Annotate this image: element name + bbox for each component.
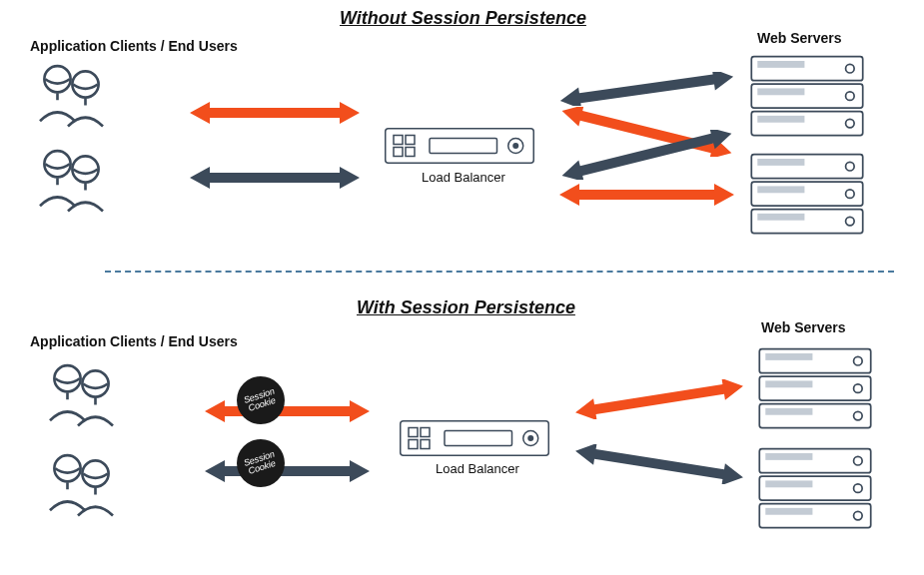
load-balancer-icon <box>385 127 534 165</box>
client-to-lb-arrow <box>205 456 370 486</box>
session-cookie-badge: Session Cookie <box>237 376 285 424</box>
client-to-lb-arrow <box>190 98 360 128</box>
servers-label-bottom: Web Servers <box>761 319 846 335</box>
users-icon <box>30 145 120 215</box>
cookie-label: Session Cookie <box>235 384 286 416</box>
lb-to-server-arrow <box>559 180 734 210</box>
svg-marker-32 <box>559 72 734 106</box>
svg-marker-66 <box>205 400 370 422</box>
svg-marker-67 <box>205 460 370 482</box>
svg-marker-69 <box>574 444 744 484</box>
server-stack-icon <box>747 150 867 240</box>
svg-rect-22 <box>757 159 804 166</box>
svg-rect-55 <box>765 408 812 415</box>
users-icon <box>40 359 130 429</box>
svg-point-3 <box>72 156 98 182</box>
lb-to-server-arrow <box>574 379 744 419</box>
svg-point-47 <box>527 435 533 441</box>
clients-label-top: Application Clients / End Users <box>30 38 238 54</box>
svg-rect-49 <box>765 353 812 360</box>
svg-rect-25 <box>757 186 804 193</box>
svg-marker-34 <box>559 130 734 180</box>
users-icon <box>30 60 120 130</box>
lb-to-server-arrow <box>574 444 744 484</box>
svg-point-36 <box>54 365 80 391</box>
lb-to-server-arrow <box>559 130 734 180</box>
svg-marker-35 <box>559 184 734 206</box>
lb-label-top: Load Balancer <box>422 170 505 185</box>
load-balancer-icon <box>400 419 549 457</box>
svg-rect-64 <box>765 508 812 515</box>
svg-rect-13 <box>757 61 804 68</box>
svg-point-11 <box>512 143 518 149</box>
svg-point-0 <box>44 66 70 92</box>
server-stack-icon <box>747 52 867 142</box>
svg-marker-31 <box>190 167 360 189</box>
svg-rect-28 <box>757 214 804 221</box>
svg-rect-4 <box>386 129 534 164</box>
svg-point-2 <box>44 151 70 177</box>
server-stack-icon <box>755 444 875 534</box>
svg-rect-19 <box>757 116 804 123</box>
svg-marker-30 <box>190 102 360 124</box>
cookie-label: Session Cookie <box>235 447 286 479</box>
clients-label-bottom: Application Clients / End Users <box>30 333 238 349</box>
svg-marker-68 <box>574 379 744 419</box>
server-stack-icon <box>755 344 875 434</box>
svg-point-39 <box>82 460 108 486</box>
svg-rect-16 <box>757 88 804 95</box>
servers-label-top: Web Servers <box>757 30 842 46</box>
session-cookie-badge: Session Cookie <box>237 439 285 487</box>
svg-point-38 <box>54 455 80 481</box>
lb-to-server-arrow <box>559 72 734 106</box>
top-title: Without Session Persistence <box>340 8 586 29</box>
section-divider <box>105 271 894 273</box>
svg-point-1 <box>72 71 98 97</box>
users-icon <box>40 449 130 519</box>
client-to-lb-arrow <box>205 396 370 426</box>
client-to-lb-arrow <box>190 163 360 193</box>
svg-point-37 <box>82 370 108 396</box>
bottom-title: With Session Persistence <box>357 297 575 318</box>
svg-rect-52 <box>765 380 812 387</box>
lb-label-bottom: Load Balancer <box>436 461 519 476</box>
svg-rect-58 <box>765 453 812 460</box>
svg-rect-40 <box>401 421 549 456</box>
svg-rect-61 <box>765 480 812 487</box>
